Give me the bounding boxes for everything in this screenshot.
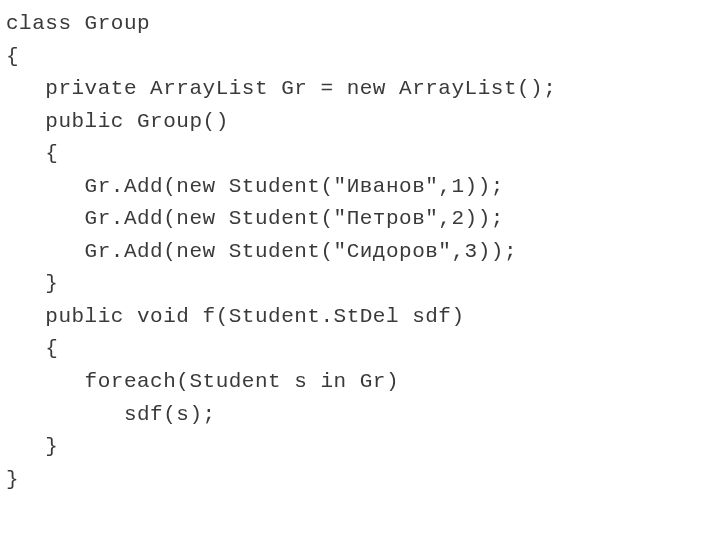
code-line: { — [6, 142, 58, 165]
code-line: } — [6, 468, 19, 491]
code-line: public Group() — [6, 110, 229, 133]
code-line: } — [6, 272, 58, 295]
code-line: foreach(Student s in Gr) — [6, 370, 399, 393]
code-line: Gr.Add(new Student("Петров",2)); — [6, 207, 504, 230]
code-line: Gr.Add(new Student("Сидоров",3)); — [6, 240, 517, 263]
code-block: class Group { private ArrayList Gr = new… — [0, 0, 720, 504]
code-line: Gr.Add(new Student("Иванов",1)); — [6, 175, 504, 198]
code-line: public void f(Student.StDel sdf) — [6, 305, 465, 328]
code-line: class Group — [6, 12, 150, 35]
code-line: sdf(s); — [6, 403, 216, 426]
code-line: { — [6, 45, 19, 68]
code-line: private ArrayList Gr = new ArrayList(); — [6, 77, 556, 100]
code-line: { — [6, 337, 58, 360]
code-line: } — [6, 435, 58, 458]
